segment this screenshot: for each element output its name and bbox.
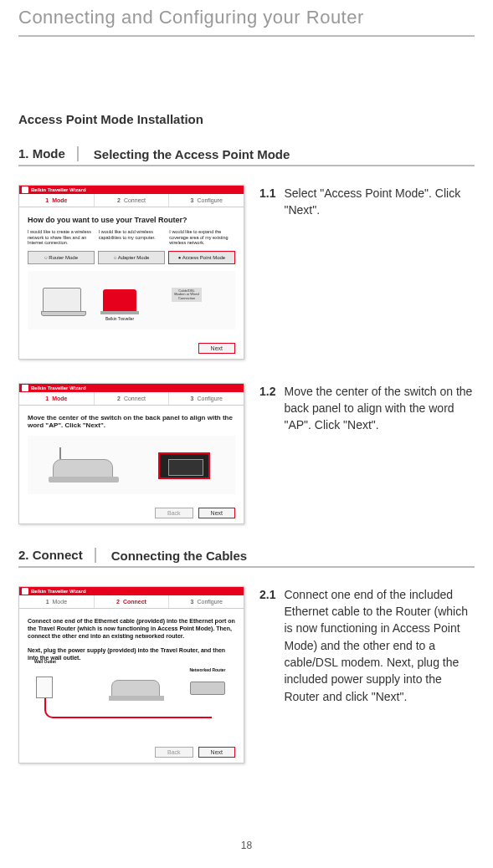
tab-label: Connect [124,197,146,203]
page-header: Connecting and Configuring your Router [18,0,475,37]
instruction-1-2: 1.2 Move the center of the switch on the… [259,383,475,434]
section-title: Access Point Mode Installation [18,112,475,126]
mode-btn-label: Adapter Mode [118,255,150,260]
tab-label: Connect [124,396,146,401]
wizard-titlebar: Belkin Traveller Wizard [19,186,244,194]
tab-label: Connect [123,599,146,605]
step-2-1-block: Belkin Traveller Wizard 1Mode 2Connect 3… [18,586,475,763]
wizard-diagram-1: Belkin Traveller Cable/DSL Modem or Wire… [28,271,235,329]
wizard-title-text: Belkin Traveller Wizard [31,187,86,192]
router-icon [103,289,136,311]
wizard-title-text: Belkin Traveller Wizard [31,385,86,391]
wizard-footer: Next [19,338,244,359]
wizard-titlebar: Belkin Traveller Wizard [19,587,244,595]
wizard-titlebar: Belkin Traveller Wizard [19,384,244,392]
wizard-tab-configure[interactable]: 3Configure [169,392,244,405]
wizard-diagram-3: Wall Outlet Networked Router [28,668,235,733]
wizard-tab-connect[interactable]: 2Connect [95,392,169,405]
networked-router-label: Networked Router [187,668,229,672]
tab-num: 1 [46,599,49,605]
wizard-tab-mode[interactable]: 1Mode [19,595,94,608]
step-1-1-block: Belkin Traveller Wizard 1Mode 2Connect 3… [18,185,475,360]
step-2-header: 2. Connect Connecting the Cables [18,548,475,568]
page-number: 18 [241,840,252,851]
wizard-next-button[interactable]: Next [198,343,235,354]
networked-router-icon [190,682,225,695]
ethernet-cable-icon [44,698,212,718]
router-side-icon [53,459,113,477]
mode-btn-adapter[interactable]: ○ Adapter Mode [98,251,165,264]
wizard-body: Move the center of the switch on the bac… [19,406,244,503]
wizard-body-text-a: Connect one end of the Ethernet cable (p… [28,617,235,640]
instruction-num: 2.1 [259,586,275,705]
step-2-num: 2. Connect [18,548,96,563]
laptop-icon [43,288,81,313]
wall-outlet-label: Wall Outlet [31,660,59,664]
wizard-body: How do you want to use your Travel Route… [19,207,244,338]
wizard-instruction-text: Move the center of the switch on the bac… [28,414,235,429]
lan-label: Cable/DSL Modem or Wired Connection [172,288,202,302]
tab-label: Mode [52,396,67,401]
tab-num: 3 [191,396,194,401]
wizard-title-icon [22,385,28,391]
step-1-header: 1. Mode Selecting the Access Point Mode [18,146,475,166]
mode-desc-router: I would like to create a wireless networ… [28,229,94,246]
tab-num: 2 [116,599,120,605]
wizard-diagram-2 [28,436,235,494]
tab-label: Configure [197,396,222,401]
wizard-tabs: 1Mode 2Connect 3Configure [19,194,244,207]
wizard-back-button[interactable]: Back [155,747,193,758]
wizard-title-text: Belkin Traveller Wizard [31,589,86,594]
step-2-label: Connecting the Cables [111,549,248,563]
wizard-tab-connect[interactable]: 2Connect [95,194,169,207]
travel-router-icon [111,680,160,697]
wizard-next-button[interactable]: Next [198,747,235,758]
wizard-title-icon [22,588,28,595]
wizard-next-button[interactable]: Next [198,508,235,518]
wizard-tabs: 1Mode 2Connect 3Configure [19,392,244,406]
switch-zoom-icon [158,452,210,479]
wizard-tabs: 1Mode 2Connect 3Configure [19,595,244,609]
instruction-num: 1.1 [259,185,275,219]
tab-num: 3 [191,197,194,203]
wizard-back-button[interactable]: Back [155,508,193,518]
wizard-tab-mode[interactable]: 1Mode [19,392,94,405]
wizard-footer: Back Next [19,742,244,763]
mode-btn-ap[interactable]: ● Access Point Mode [168,251,235,264]
step-1-2-block: Belkin Traveller Wizard 1Mode 2Connect 3… [18,383,475,524]
wizard-title-icon [22,186,28,193]
instruction-1-1: 1.1 Select "Access Point Mode". Click "N… [259,185,475,219]
tab-num: 2 [117,197,121,203]
wizard-tab-mode[interactable]: 1Mode [19,194,94,207]
tab-num: 1 [45,396,49,401]
tab-num: 2 [117,396,121,401]
wizard-tab-configure[interactable]: 3Configure [169,194,244,207]
instruction-num: 1.2 [259,383,275,434]
wizard-tab-connect[interactable]: 2Connect [95,595,169,608]
wizard-tab-configure[interactable]: 3Configure [169,595,244,608]
mode-btn-label: Access Point Mode [182,255,225,260]
tab-label: Configure [197,197,222,203]
wizard-screenshot-1: Belkin Traveller Wizard 1Mode 2Connect 3… [18,185,244,360]
tab-num: 3 [191,599,194,605]
tab-num: 1 [45,197,49,203]
tab-label: Mode [52,197,67,203]
router-antenna-icon [59,447,61,459]
instruction-text: Connect one end of the included Ethernet… [284,586,475,705]
step-1-num: 1. Mode [18,146,79,161]
mode-btn-label: Router Mode [49,255,78,260]
wizard-screenshot-3: Belkin Traveller Wizard 1Mode 2Connect 3… [18,586,244,763]
instruction-text: Move the center of the switch on the bac… [284,383,475,434]
wizard-screenshot-2: Belkin Traveller Wizard 1Mode 2Connect 3… [18,383,244,524]
mode-desc-ap: I would like to expand the coverage area… [169,229,235,246]
wizard-footer: Back Next [19,503,244,523]
step-1-label: Selecting the Access Point Mode [94,147,290,161]
wizard-body: Connect one end of the Ethernet cable (p… [19,609,244,742]
mode-btn-router[interactable]: ○ Router Mode [28,251,95,264]
router-label: Belkin Traveller [101,316,138,321]
tab-label: Configure [197,599,222,605]
wall-outlet-icon [36,677,53,698]
instruction-text: Select "Access Point Mode". Click "Next"… [284,185,475,219]
wizard-question: How do you want to use your Travel Route… [28,216,235,224]
instruction-2-1: 2.1 Connect one end of the included Ethe… [259,586,475,705]
